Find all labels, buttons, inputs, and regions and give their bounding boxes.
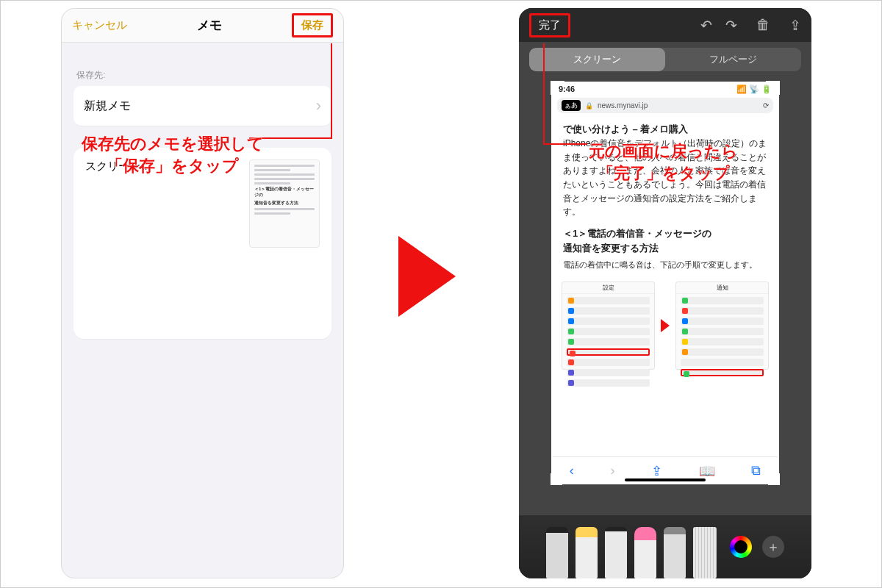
chevron-right-icon: › xyxy=(316,96,321,115)
done-button[interactable]: 完了 xyxy=(529,13,570,37)
pencil-tool[interactable] xyxy=(605,527,627,578)
flow-arrow-icon xyxy=(398,236,456,317)
sheet-header: キャンセル メモ 保存 xyxy=(62,9,343,43)
annotation-right: 元の画面に戻ったら「完了」をタップ xyxy=(589,140,738,184)
annotation-leader xyxy=(543,43,545,143)
marker-tool[interactable] xyxy=(576,527,598,578)
annotation-leader xyxy=(543,143,587,145)
save-button[interactable]: 保存 xyxy=(292,13,333,37)
ruler-tool[interactable] xyxy=(693,527,717,578)
eraser-tool[interactable] xyxy=(634,527,656,578)
trash-icon[interactable]: 🗑︎ xyxy=(756,17,770,33)
annotation-left: 保存先のメモを選択して「保存」をタップ xyxy=(82,133,264,176)
redo-icon[interactable]: ↷ xyxy=(725,17,737,34)
add-button[interactable]: ＋ xyxy=(762,536,784,558)
phone-notes-sheet: キャンセル メモ 保存 保存先: 新規メモ › スクリーン… ＜1＞電話の着信音… xyxy=(61,8,344,578)
cancel-button[interactable]: キャンセル xyxy=(72,18,127,32)
seg-screen[interactable]: スクリーン xyxy=(529,48,665,71)
destination-row[interactable]: 新規メモ › xyxy=(74,86,331,126)
sheet-title: メモ xyxy=(197,17,222,34)
destination-value: 新規メモ xyxy=(84,98,131,114)
color-picker-icon[interactable] xyxy=(730,536,752,558)
seg-fullpage[interactable]: フルページ xyxy=(665,48,801,71)
annotation-leader xyxy=(331,43,332,137)
undo-icon[interactable]: ↶ xyxy=(700,17,712,34)
capture-mode-segmented[interactable]: スクリーン フルページ xyxy=(529,48,801,71)
tutorial-canvas: キャンセル メモ 保存 保存先: 新規メモ › スクリーン… ＜1＞電話の着信音… xyxy=(0,0,882,588)
markup-tool-tray: ＋ xyxy=(519,515,811,578)
share-icon[interactable]: ⇪ xyxy=(789,17,801,34)
markup-toolbar: 完了 ↶ ↷ 🗑︎ ⇪ xyxy=(519,8,811,42)
lasso-tool[interactable] xyxy=(664,527,686,578)
phone-markup-editor: 完了 ↶ ↷ 🗑︎ ⇪ スクリーン フルページ 9:46 📶 📡 🔋 xyxy=(519,8,811,578)
sheet-body: 保存先: 新規メモ › スクリーン… ＜1＞電話の着信音・メッセージの 通知音を… xyxy=(62,43,343,352)
destination-label: 保存先: xyxy=(76,69,331,82)
pen-tool[interactable] xyxy=(546,527,568,578)
